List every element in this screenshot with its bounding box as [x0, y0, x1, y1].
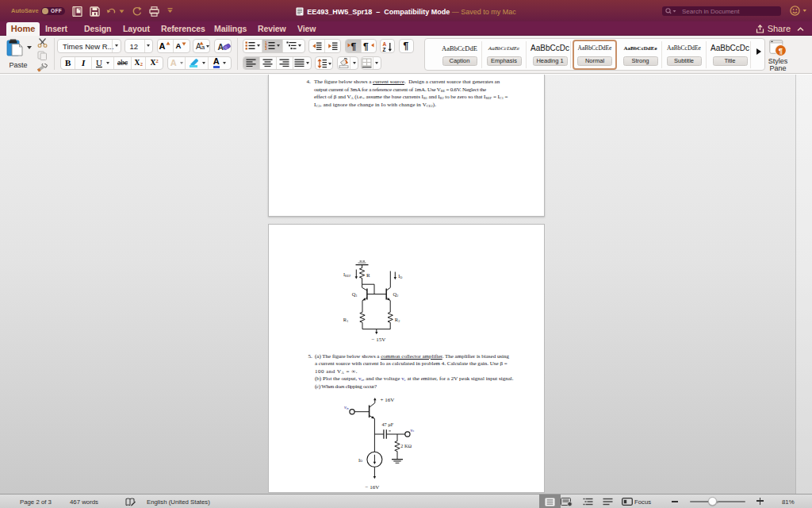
svg-text:IREF: IREF: [343, 271, 351, 278]
svg-text:− 15V: − 15V: [372, 337, 386, 343]
svg-text:+ 16V: + 16V: [381, 397, 395, 403]
svg-text:3: 3: [265, 47, 267, 50]
svg-text:Q2: Q2: [393, 291, 399, 298]
svg-text:vo: vo: [411, 428, 415, 433]
svg-text:IO: IO: [358, 457, 362, 464]
svg-text:Q1: Q1: [352, 291, 358, 298]
svg-text:IO: IO: [398, 273, 402, 279]
svg-text:¶: ¶: [351, 41, 357, 51]
svg-text:R: R: [366, 272, 370, 279]
svg-text:¶: ¶: [779, 46, 783, 55]
svg-text:vin: vin: [344, 405, 349, 410]
svg-text:− 16V: − 16V: [366, 484, 380, 491]
svg-text:R2: R2: [395, 317, 400, 323]
svg-text:47 µF: 47 µF: [382, 421, 394, 427]
svg-text:A: A: [383, 41, 387, 47]
svg-text:2 KΩ: 2 KΩ: [400, 443, 412, 448]
svg-text:¶: ¶: [363, 41, 369, 51]
svg-text:Z: Z: [383, 47, 386, 52]
svg-text:R1: R1: [343, 317, 348, 323]
